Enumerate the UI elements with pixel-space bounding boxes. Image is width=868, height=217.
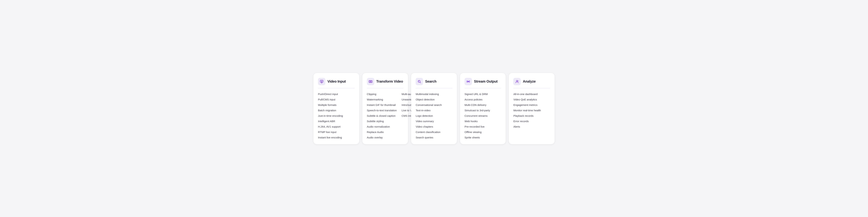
transform-video-title: Transform Video: [376, 79, 403, 83]
analyze-icon: [513, 78, 521, 85]
search-icon: [416, 78, 423, 85]
card-analyze: AnalyzeAll-in-one dashboardVideo QoE ana…: [509, 73, 555, 144]
video-input-title: Video Input: [328, 79, 346, 83]
cards-container: Video InputPush/Direct inputPull/CMS inp…: [313, 73, 555, 144]
feature-item: Replace Audio: [367, 130, 397, 134]
feature-item: Subtitle & closed caption: [367, 114, 397, 117]
feature-item: Monitor real-time health: [513, 109, 541, 112]
svg-point-4: [468, 81, 469, 82]
feature-item: Pre-recorded live: [465, 125, 490, 129]
feature-item: Audio overlay: [367, 136, 397, 139]
feature-item: Offline viewing: [465, 130, 490, 134]
feature-item: Alerts: [513, 125, 541, 129]
card-column-analyze-0: All-in-one dashboardVideo QoE analyticsE…: [513, 92, 541, 129]
feature-item: Sprite sheets: [465, 136, 490, 139]
feature-item: Engagement metrics: [513, 103, 541, 107]
feature-item: Watermarking: [367, 98, 397, 101]
feature-item: Intelligent ABR: [318, 119, 343, 123]
feature-item: Search queries: [416, 136, 442, 139]
svg-rect-1: [369, 81, 372, 83]
card-transform-video: Transform VideoClippingWatermarkingInsta…: [362, 73, 408, 144]
feature-item: Speech-to-text translation: [367, 109, 397, 112]
card-header-analyze: Analyze: [513, 78, 550, 88]
card-column-video-input-0: Push/Direct inputPull/CMS inputMultiple …: [318, 92, 343, 139]
feature-item: All-in-one dashboard: [513, 92, 541, 96]
feature-item: Content classification: [416, 130, 442, 134]
feature-item: Audio normalization: [367, 125, 397, 129]
card-column-search-0: Multimodal indexingObject detectionConve…: [416, 92, 442, 139]
feature-item: Video chapters: [416, 125, 442, 129]
card-header-search: Search: [416, 78, 452, 88]
feature-item: Logo detection: [416, 114, 442, 117]
card-body-video-input: Push/Direct inputPull/CMS inputMultiple …: [318, 92, 355, 139]
feature-item: Access policies: [465, 98, 490, 101]
card-stream-output: Stream OutputSigned URL & DRMAccess poli…: [460, 73, 506, 144]
feature-item: Subtitle styling: [367, 119, 397, 123]
feature-item: Conversational search: [416, 103, 442, 107]
card-body-transform-video: ClippingWatermarkingInstant GIF for thum…: [367, 92, 404, 139]
svg-point-6: [518, 81, 518, 81]
feature-item: Instant GIF for thumbnail: [367, 103, 397, 107]
card-body-search: Multimodal indexingObject detectionConve…: [416, 92, 452, 139]
card-column-stream-output-0: Signed URL & DRMAccess policiesMulti-CDN…: [465, 92, 490, 139]
feature-item: Instant live encoding: [318, 136, 343, 139]
video-input-icon: [318, 78, 325, 85]
feature-item: Error records: [513, 119, 541, 123]
card-header-video-input: Video Input: [318, 78, 355, 88]
card-video-input: Video InputPush/Direct inputPull/CMS inp…: [313, 73, 359, 144]
feature-item: Playback records: [513, 114, 541, 117]
analyze-title: Analyze: [523, 79, 536, 83]
feature-item: Multi-CDN delivery: [465, 103, 490, 107]
card-body-analyze: All-in-one dashboardVideo QoE analyticsE…: [513, 92, 550, 129]
card-body-stream-output: Signed URL & DRMAccess policiesMulti-CDN…: [465, 92, 501, 139]
card-header-transform-video: Transform Video: [367, 78, 404, 88]
feature-item: Pull/CMS input: [318, 98, 343, 101]
stream-output-icon: [465, 78, 472, 85]
card-search: SearchMultimodal indexingObject detectio…: [411, 73, 457, 144]
search-title: Search: [425, 79, 436, 83]
feature-item: Signed URL & DRM: [465, 92, 490, 96]
feature-item: Video summary: [416, 119, 442, 123]
feature-item: Batch migration: [318, 109, 343, 112]
feature-item: Clipping: [367, 92, 397, 96]
feature-item: Video QoE analytics: [513, 98, 541, 101]
card-header-stream-output: Stream Output: [465, 78, 501, 88]
svg-point-2: [370, 81, 371, 82]
feature-item: Text-in-video: [416, 109, 442, 112]
feature-item: Multiple formats: [318, 103, 343, 107]
feature-item: Web hooks: [465, 119, 490, 123]
feature-item: Object detection: [416, 98, 442, 101]
feature-item: RTMP live input: [318, 130, 343, 134]
feature-item: Multimodal indexing: [416, 92, 442, 96]
feature-item: H.264, AV1 support: [318, 125, 343, 129]
transform-video-icon: [367, 78, 374, 85]
stream-output-title: Stream Output: [474, 79, 498, 83]
feature-item: Concurrent streams: [465, 114, 490, 117]
feature-item: Simulcast to 3rd-party: [465, 109, 490, 112]
feature-item: Push/Direct input: [318, 92, 343, 96]
feature-item: Just-in-time encoding: [318, 114, 343, 117]
card-column-transform-video-0: ClippingWatermarkingInstant GIF for thum…: [367, 92, 397, 139]
